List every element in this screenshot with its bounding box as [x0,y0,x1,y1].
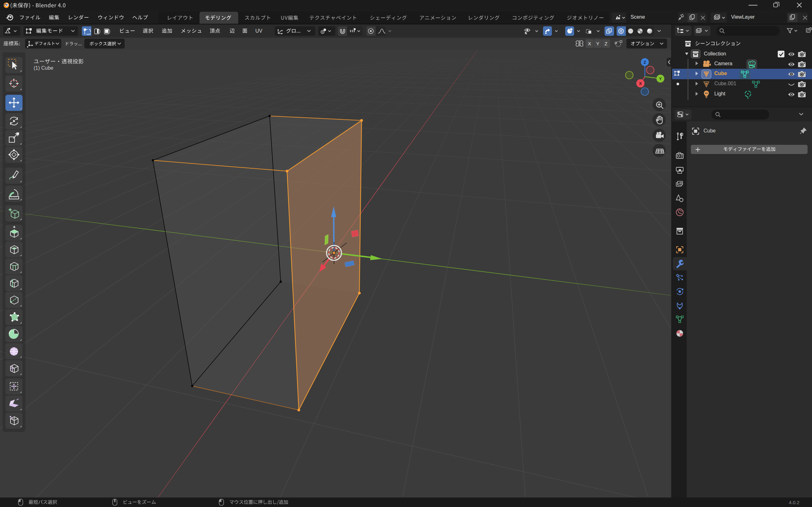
svg-text:X: X [639,81,642,86]
svg-text:Y: Y [659,76,662,81]
svg-text:Z: Z [644,60,646,65]
